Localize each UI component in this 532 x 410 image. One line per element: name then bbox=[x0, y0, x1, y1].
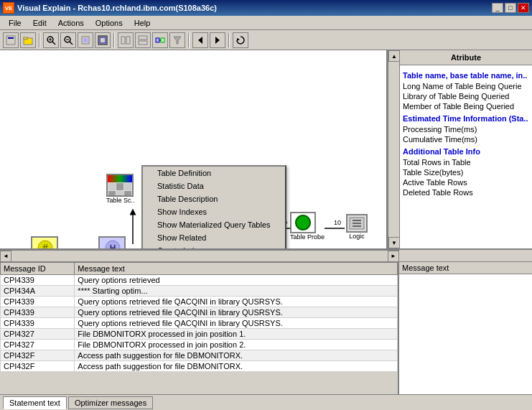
toolbar-connect[interactable] bbox=[152, 32, 168, 48]
message-text-panel: Message text bbox=[399, 262, 532, 394]
toolbar-layout2[interactable] bbox=[135, 32, 151, 48]
title-bar: VE Visual Explain - Rchas10.rchland.ibm.… bbox=[0, 0, 532, 16]
toolbar-back[interactable] bbox=[192, 32, 208, 48]
message-id-cell: CPI434A bbox=[1, 286, 75, 297]
toolbar-refresh[interactable] bbox=[233, 32, 248, 48]
temp-hash-node[interactable]: # Temporary Hash Table bbox=[20, 236, 70, 248]
table-row[interactable]: CPI4339Query options retrieved file QACQ… bbox=[1, 297, 398, 307]
h-scroll-track[interactable] bbox=[11, 251, 388, 261]
minimize-button[interactable]: _ bbox=[492, 3, 503, 13]
right-panel-header: Atribute bbox=[400, 50, 532, 65]
toolbar-new[interactable] bbox=[3, 32, 19, 48]
maximize-button[interactable]: □ bbox=[505, 3, 516, 13]
scroll-down-btn[interactable]: ▼ bbox=[388, 237, 399, 248]
toolbar-filter[interactable] bbox=[169, 32, 185, 48]
logic-label: Logic bbox=[346, 233, 368, 240]
title-bar-left: VE Visual Explain - Rchas10.rchland.ibm.… bbox=[3, 2, 217, 14]
attr-item-3-0: Total Rows in Table bbox=[403, 157, 529, 167]
table-probe-node[interactable]: Table Probe bbox=[290, 212, 325, 241]
table-probe-icon bbox=[290, 212, 316, 233]
diagram-hscrollbar: ◄ ► bbox=[0, 250, 399, 261]
message-text-cell: File DBMONITORX processed in join positi… bbox=[75, 329, 398, 340]
table-row[interactable]: CPI4339Query options retrieved file QACQ… bbox=[1, 307, 398, 318]
probe-circle bbox=[295, 215, 311, 230]
table-row[interactable]: CPI4339Query options retrieved bbox=[1, 275, 398, 286]
menu-actions[interactable]: Actions bbox=[52, 16, 90, 29]
context-statistic-data[interactable]: Statistic Data bbox=[143, 180, 285, 192]
hash-pro-node[interactable]: H Hash Pro.. bbox=[98, 236, 129, 248]
diagram-area[interactable]: 10 10 bbox=[0, 50, 388, 248]
message-text-cell: Query options retrieved bbox=[75, 275, 398, 286]
scroll-left-btn[interactable]: ◄ bbox=[0, 251, 11, 262]
table-row[interactable]: CPI432FAccess path suggestion for file D… bbox=[1, 350, 398, 361]
scroll-up-btn[interactable]: ▲ bbox=[388, 50, 399, 62]
context-show-related[interactable]: Show Related bbox=[143, 231, 285, 244]
table-row[interactable]: CPI4327File DBMONITORX processed in join… bbox=[1, 340, 398, 350]
svg-text:H: H bbox=[110, 243, 116, 248]
cell4 bbox=[108, 191, 116, 197]
toolbar bbox=[0, 30, 532, 50]
svg-rect-15 bbox=[121, 37, 125, 44]
context-table-definition[interactable]: Table Definition bbox=[143, 167, 285, 180]
message-text-cell: Query options retrieved file QACQINI in … bbox=[75, 318, 398, 329]
menu-edit[interactable]: Edit bbox=[27, 16, 52, 29]
attr-item-1-2: Member of Table Being Queried bbox=[403, 101, 529, 111]
col-message-text: Message text bbox=[75, 263, 398, 275]
table-row[interactable]: CPI4339Query options retrieved file QACQ… bbox=[1, 318, 398, 329]
cell5 bbox=[116, 191, 123, 197]
message-table[interactable]: Message ID Message text CPI4339Query opt… bbox=[0, 262, 399, 394]
table-row[interactable]: CPI432FAccess path suggestion for file D… bbox=[1, 361, 398, 372]
message-text-cell: Access path suggestion for file DBMONITO… bbox=[75, 350, 398, 361]
message-text-cell: Access path suggestion for file DBMONITO… bbox=[75, 361, 398, 372]
attr-item-2-0: Processing Time(ms) bbox=[403, 124, 529, 134]
toolbar-zoom-in[interactable] bbox=[43, 32, 59, 48]
table-scan-node[interactable]: Table Sc.. bbox=[106, 174, 135, 204]
bottom-section: Message ID Message text CPI4339Query opt… bbox=[0, 261, 532, 394]
menu-options[interactable]: Options bbox=[90, 16, 129, 29]
message-id-cell: CPI4339 bbox=[1, 318, 75, 329]
cell6 bbox=[124, 191, 131, 197]
menu-bar: File Edit Actions Options Help bbox=[0, 16, 532, 30]
svg-rect-18 bbox=[139, 41, 147, 45]
status-bar: Statement text Optimizer messages bbox=[0, 394, 532, 410]
hash-pro-icon: H bbox=[98, 236, 129, 248]
toolbar-separator-3 bbox=[188, 33, 190, 47]
toolbar-zoom-fit[interactable] bbox=[78, 32, 93, 48]
toolbar-separator-1 bbox=[39, 33, 40, 47]
table-probe-label: Table Probe bbox=[290, 233, 325, 241]
toolbar-layout1[interactable] bbox=[118, 32, 134, 48]
attr-item-3-2: Active Table Rows bbox=[403, 177, 529, 187]
svg-rect-3 bbox=[24, 37, 27, 39]
toolbar-open[interactable] bbox=[20, 32, 36, 48]
tab-statement-text[interactable]: Statement text bbox=[3, 396, 67, 409]
attr-item-3-1: Table Size(bytes) bbox=[403, 167, 529, 177]
menu-help[interactable]: Help bbox=[129, 16, 157, 29]
temp-hash-icon: # bbox=[20, 236, 70, 248]
close-button[interactable]: ✕ bbox=[518, 3, 529, 13]
menu-file[interactable]: File bbox=[3, 16, 27, 29]
table-row[interactable]: CPI434A**** Starting optim... bbox=[1, 286, 398, 297]
table-scan-icon bbox=[106, 174, 134, 197]
logic-node[interactable]: Logic bbox=[346, 214, 368, 240]
attr-section-3-title: Additional Table Info bbox=[403, 147, 529, 156]
context-show-materialized[interactable]: Show Materialized Query Tables bbox=[143, 218, 285, 231]
svg-rect-0 bbox=[6, 36, 15, 45]
tab-optimizer-messages[interactable]: Optimizer messages bbox=[68, 396, 153, 409]
context-create-index[interactable]: Create Index bbox=[143, 244, 285, 248]
attr-item-1-1: Library of Table Being Queried bbox=[403, 91, 529, 101]
svg-rect-17 bbox=[139, 36, 147, 39]
context-table-description[interactable]: Table Description bbox=[143, 192, 285, 205]
context-menu: Table Definition Statistic Data Table De… bbox=[141, 165, 286, 248]
cell2 bbox=[116, 183, 123, 190]
toolbar-separator-2 bbox=[113, 33, 115, 47]
toolbar-fit-window[interactable] bbox=[95, 32, 111, 48]
svg-rect-12 bbox=[83, 38, 88, 42]
toolbar-zoom-out[interactable] bbox=[60, 32, 76, 48]
scroll-right-btn[interactable]: ► bbox=[388, 251, 399, 262]
toolbar-forward[interactable] bbox=[210, 32, 225, 48]
svg-line-9 bbox=[70, 42, 73, 45]
context-show-indexes[interactable]: Show Indexes bbox=[143, 205, 285, 218]
table-row[interactable]: CPI4327File DBMONITORX processed in join… bbox=[1, 329, 398, 340]
attr-item-2-1: Cumulative Time(ms) bbox=[403, 134, 529, 144]
scroll-track[interactable] bbox=[388, 62, 399, 237]
